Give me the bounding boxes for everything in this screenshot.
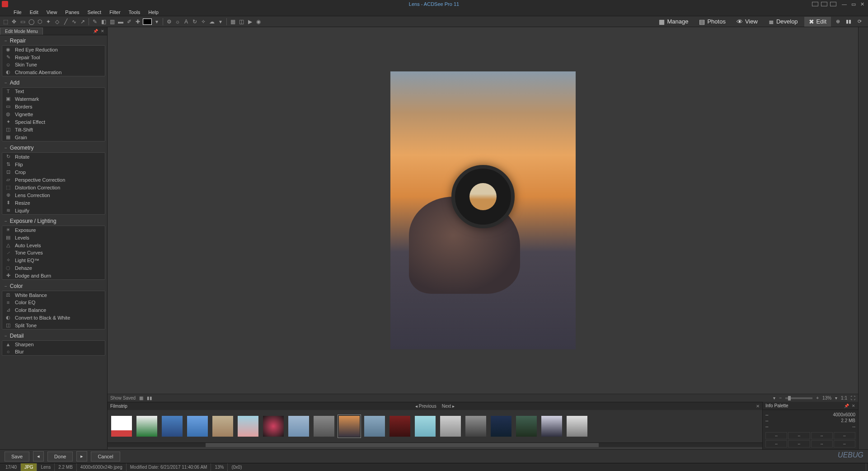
thumbnail[interactable] [187, 416, 208, 437]
layout-preset-1[interactable] [812, 2, 818, 6]
arrow-icon[interactable]: ↗ [79, 18, 86, 25]
thumbnail[interactable] [491, 416, 511, 437]
histogram-icon[interactable]: ▮▮ [845, 18, 853, 26]
zoom-out-icon[interactable]: − [779, 396, 782, 400]
mode-view[interactable]: 👁View [732, 17, 762, 27]
thumbnail[interactable] [263, 416, 284, 437]
done-button[interactable]: Done [47, 452, 73, 462]
edit-item-grain[interactable]: ▦Grain [2, 133, 105, 141]
edit-item-crop[interactable]: ⊡Crop [2, 168, 105, 176]
group-header-add[interactable]: Add [2, 78, 105, 87]
thumbnail[interactable] [541, 416, 562, 437]
edit-item-convert-to-black-white[interactable]: ◐Convert to Black & White [2, 314, 105, 321]
rotate-icon[interactable]: ↻ [191, 18, 198, 25]
gear-icon[interactable]: ⚙ [165, 18, 173, 25]
group-header-color[interactable]: Color [2, 282, 105, 291]
menu-view[interactable]: View [43, 9, 61, 16]
cloud-icon[interactable]: ☁ [208, 18, 216, 25]
edit-item-borders[interactable]: ▭Borders [2, 103, 105, 110]
sync-icon[interactable]: ⟳ [855, 18, 863, 26]
filmstrip-close-icon[interactable]: ✕ [756, 404, 760, 409]
fill-icon[interactable]: ▬ [117, 18, 124, 25]
edit-item-exposure[interactable]: ☀Exposure [2, 226, 105, 234]
heal-icon[interactable]: ✚ [134, 18, 141, 25]
zoom-dropdown-icon[interactable]: ▾ [835, 396, 837, 400]
fit-icon[interactable]: ⛶ [851, 396, 855, 400]
lasso-icon[interactable]: ⬡ [36, 18, 43, 25]
thumbnail[interactable] [465, 416, 486, 437]
line-icon[interactable]: ╱ [62, 18, 69, 25]
edit-item-distortion-correction[interactable]: ⬚Distortion Correction [2, 184, 105, 191]
histogram-toggle-icon[interactable]: ▮▮ [147, 396, 152, 400]
edit-item-levels[interactable]: ▤Levels [2, 234, 105, 241]
ellipse-select-icon[interactable]: ◯ [28, 18, 35, 25]
thumbnail[interactable] [389, 416, 410, 437]
brush-icon[interactable]: ✎ [91, 18, 99, 25]
close-icon[interactable]: ✕ [101, 29, 104, 33]
group-header-repair[interactable]: Repair [2, 36, 105, 45]
edit-item-special-effect[interactable]: ✦Special Effect [2, 118, 105, 126]
curve-icon[interactable]: ∿ [70, 18, 78, 25]
mode-manage[interactable]: ▦Manage [654, 17, 693, 27]
edit-item-light-eq-[interactable]: ✧Light EQ™ [2, 256, 105, 264]
edit-item-dehaze[interactable]: ◌Dehaze [2, 264, 105, 272]
prev-image-button[interactable]: ◂ [33, 451, 44, 462]
selection-tool-icon[interactable]: ⬚ [2, 18, 9, 25]
panel-title[interactable]: Edit Mode Menu [0, 28, 43, 35]
edit-item-split-tone[interactable]: ◫Split Tone [2, 321, 105, 329]
grid-icon[interactable]: ▦ [229, 18, 236, 25]
grid-toggle-icon[interactable]: ▦ [139, 396, 143, 400]
record-icon[interactable]: ◉ [255, 18, 262, 25]
mode-develop[interactable]: ≣Develop [764, 17, 802, 27]
edit-item-perspective-correction[interactable]: ▱Perspective Correction [2, 176, 105, 184]
thumbnail[interactable] [364, 416, 385, 437]
close-icon[interactable]: ✕ [852, 404, 855, 408]
polygon-icon[interactable]: ◇ [53, 18, 61, 25]
compare-icon[interactable]: ◫ [238, 18, 245, 25]
menu-help[interactable]: Help [145, 9, 162, 16]
thumbnail[interactable] [440, 416, 461, 437]
filmstrip[interactable] [108, 410, 762, 443]
close-button[interactable]: ✕ [860, 1, 864, 7]
edit-item-color-eq[interactable]: ≡Color EQ [2, 299, 105, 306]
show-saved-toggle[interactable]: Show Saved [110, 396, 136, 400]
edit-item-dodge-and-burn[interactable]: ✚Dodge and Burn [2, 272, 105, 279]
edit-item-white-balance[interactable]: ⚖White Balance [2, 291, 105, 299]
edit-item-blur[interactable]: ○Blur [2, 348, 105, 355]
layout-preset-2[interactable] [821, 2, 827, 6]
thumbnail[interactable] [288, 416, 309, 437]
mode-photos[interactable]: ▤Photos [694, 17, 730, 27]
thumbnail[interactable] [212, 416, 233, 437]
edit-item-tilt-shift[interactable]: ◫Tilt-Shift [2, 126, 105, 133]
sun-icon[interactable]: ☼ [174, 18, 181, 25]
thumbnail[interactable] [111, 416, 132, 437]
edit-item-lens-correction[interactable]: ⊕Lens Correction [2, 191, 105, 199]
thumbnail[interactable] [314, 416, 334, 437]
move-tool-icon[interactable]: ✥ [10, 18, 18, 25]
365-icon[interactable]: ⊕ [834, 18, 842, 26]
thumbnail[interactable] [238, 416, 258, 437]
pin-icon[interactable]: 📌 [844, 404, 849, 408]
eyedropper-icon[interactable]: ✐ [126, 18, 133, 25]
text-icon[interactable]: A [183, 18, 190, 25]
menu-filter[interactable]: Filter [106, 9, 124, 16]
actual-size-button[interactable]: 1:1 [841, 396, 847, 400]
save-button[interactable]: Save [5, 452, 29, 462]
wand-icon[interactable]: ✦ [45, 18, 52, 25]
menu-file[interactable]: File [10, 9, 25, 16]
rect-select-icon[interactable]: ▭ [19, 18, 26, 25]
menu-panes[interactable]: Panes [61, 9, 83, 16]
layout-presets[interactable] [812, 2, 836, 6]
menu-select[interactable]: Select [84, 9, 105, 16]
dropdown2-icon[interactable]: ▾ [217, 18, 224, 25]
next-image-button[interactable]: ▸ [76, 451, 87, 462]
edit-item-auto-levels[interactable]: △Auto Levels [2, 241, 105, 249]
menu-tools[interactable]: Tools [125, 9, 144, 16]
edit-item-skin-tune[interactable]: ☺Skin Tune [2, 61, 105, 68]
fit-dropdown-icon[interactable]: ▾ [773, 396, 775, 400]
prev-button[interactable]: ◂ Previous [415, 404, 436, 409]
thumbnail[interactable] [516, 416, 537, 437]
menu-edit[interactable]: Edit [26, 9, 42, 16]
thumbnail[interactable] [136, 416, 157, 437]
edit-item-tone-curves[interactable]: ⟋Tone Curves [2, 249, 105, 256]
